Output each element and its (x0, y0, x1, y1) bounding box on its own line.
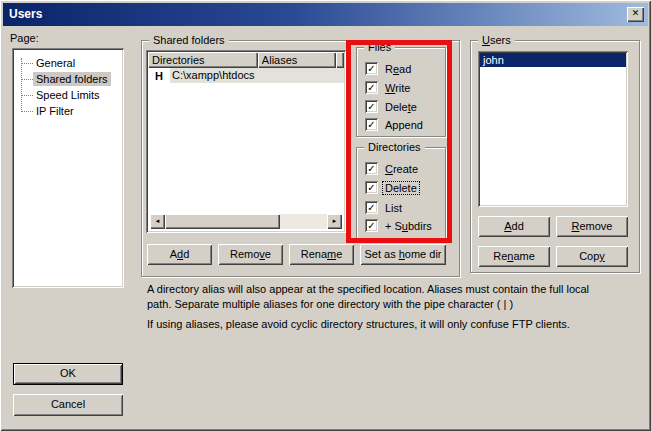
remove-user-button[interactable]: Remove (556, 216, 628, 237)
sidebar-item-label: Shared folders (33, 72, 111, 86)
rename-directory-button[interactable]: Rename (289, 244, 354, 265)
scroll-left-icon[interactable]: ◄ (150, 214, 165, 229)
home-flag: H (148, 70, 170, 82)
column-header-directories[interactable]: Directories (148, 52, 258, 68)
tree-branch-icon (21, 95, 33, 96)
cyclic-note: If using aliases, please avoid cyclic di… (147, 318, 570, 330)
sidebar-item-general[interactable]: General (21, 55, 78, 71)
horizontal-scrollbar[interactable]: ◄ ► (150, 214, 342, 229)
directories-listview: Directories Aliases H C:\xampp\htdocs ◄ … (146, 50, 346, 233)
ok-button[interactable]: OK (13, 363, 123, 385)
scrollbar-track[interactable] (280, 214, 327, 229)
sidebar-item-label: Speed Limits (33, 88, 103, 102)
copy-user-button[interactable]: Copy (556, 246, 628, 267)
set-as-home-dir-button[interactable]: Set as home dir (360, 244, 446, 265)
rename-user-button[interactable]: Rename (478, 246, 550, 267)
close-icon[interactable]: ✕ (627, 7, 644, 22)
cancel-button[interactable]: Cancel (13, 394, 123, 416)
column-header-filler (336, 52, 344, 68)
users-list: john (478, 51, 628, 207)
sidebar-item-label: General (33, 56, 78, 70)
directory-row[interactable]: H C:\xampp\htdocs (148, 68, 344, 83)
title-bar: Users ✕ (3, 3, 648, 26)
user-list-item[interactable]: john (480, 53, 626, 67)
sidebar-item-shared-folders[interactable]: Shared folders (21, 71, 111, 87)
directory-path: C:\xampp\htdocs (170, 68, 344, 83)
alias-note-line1: A directory alias will also appear at th… (147, 283, 589, 295)
users-dialog: Users ✕ Page: General Shared folders Spe… (0, 0, 651, 431)
add-user-button[interactable]: Add (478, 216, 550, 237)
tree-branch-icon (21, 111, 33, 112)
shared-folders-group-label: Shared folders (149, 33, 229, 47)
sidebar-item-label: IP Filter (33, 104, 77, 118)
remove-directory-button[interactable]: Remove (218, 244, 283, 265)
alias-note-line2: path. Separate multiple aliases for one … (147, 298, 513, 310)
sidebar-item-speed-limits[interactable]: Speed Limits (21, 87, 103, 103)
tree-branch-icon (21, 79, 33, 80)
red-highlight-annotation (346, 40, 452, 243)
column-header-aliases[interactable]: Aliases (258, 52, 336, 68)
scroll-right-icon[interactable]: ► (327, 214, 342, 229)
users-group-label: Users (478, 33, 515, 47)
sidebar-item-ip-filter[interactable]: IP Filter (21, 103, 77, 119)
page-list: General Shared folders Speed Limits IP F… (12, 48, 124, 288)
add-directory-button[interactable]: Add (147, 244, 212, 265)
listview-header: Directories Aliases (148, 52, 344, 68)
page-label: Page: (10, 32, 39, 44)
window-title: Users (9, 7, 42, 21)
tree-branch-icon (21, 63, 33, 64)
scrollbar-thumb[interactable] (165, 214, 280, 229)
